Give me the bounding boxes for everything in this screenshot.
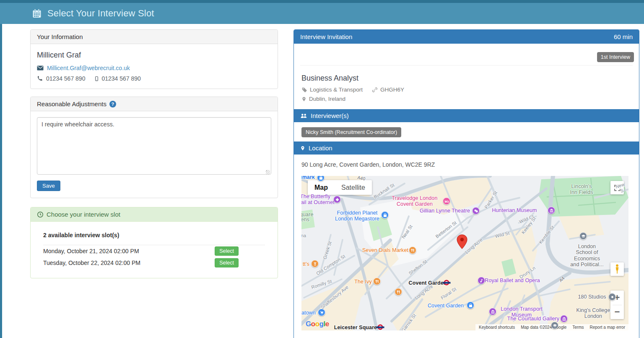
report-error-link[interactable]: Report a map error	[590, 325, 625, 330]
job-reference: GHGH6Y	[380, 86, 404, 93]
map-poi-label: rdens	[301, 217, 309, 223]
map-poi-label: 180 Studios	[578, 294, 606, 300]
map-poi-label: Covent Garden	[428, 303, 464, 309]
map-poi-label: King's College London	[576, 307, 610, 320]
map-poi-label: The Ivy	[354, 279, 372, 285]
help-icon[interactable]: ?	[109, 101, 116, 107]
map-poi-label: Travelodge London Covent Garden	[392, 195, 438, 207]
tag-icon	[301, 87, 307, 93]
job-sector: Logistics & Transport	[310, 86, 363, 93]
map-bag-icon[interactable]	[467, 301, 474, 309]
map-canvas[interactable]: Map Satellite + −	[301, 176, 628, 330]
map-poi-label: The Butterfly Trail at Outernet	[301, 194, 335, 206]
choose-slot-title: Choose your interview slot	[47, 211, 120, 218]
left-accent-strip	[0, 24, 2, 338]
map-poi-label: Covent Garden	[409, 280, 447, 286]
map-type-control: Map Satellite	[308, 180, 372, 195]
map-school-icon[interactable]	[579, 232, 587, 240]
phone-icon	[37, 76, 43, 81]
invitation-duration: 60 min	[614, 33, 633, 40]
map-poi-label: tt's	[303, 261, 309, 267]
slot-datetime: Tuesday, October 22, 2024 02:00 PM	[43, 259, 140, 266]
interview-slot-row: Tuesday, October 22, 2024 02:00 PM Selec…	[31, 257, 278, 269]
clock-icon	[37, 211, 44, 218]
slot-count: 2 available interview slot(s)	[31, 232, 278, 238]
zoom-out-button[interactable]: −	[610, 305, 624, 320]
map-poi-label: Hunterian Museum	[492, 207, 537, 213]
calendar-icon	[32, 8, 42, 18]
link-icon	[372, 87, 378, 93]
interview-invitation-panel: Interview Invitation 60 min 1st Intervie…	[293, 29, 639, 338]
map-poi-label: atown	[301, 310, 316, 316]
slot-datetime: Monday, October 21, 2024 02:00 PM	[43, 248, 139, 254]
candidate-phone: 01234 567 890	[46, 75, 85, 82]
reasonable-adjustments-panel: Reasonable Adjustments ? I require wheel…	[30, 97, 278, 198]
job-title: Business Analyst	[301, 74, 631, 83]
map-data-text: Map data ©2024 Google	[521, 325, 566, 330]
map-poi-label: Seven Dials Market	[362, 247, 408, 253]
map-museum-icon[interactable]	[489, 308, 496, 315]
map-museum-icon[interactable]	[548, 207, 555, 214]
stage-badge: 1st Interview	[597, 52, 634, 62]
candidate-name: Millicent Graf	[37, 51, 271, 60]
mobile-icon	[94, 76, 99, 82]
reasonable-adjustments-title: Reasonable Adjustments	[37, 100, 106, 107]
page-header: Select Your Interview Slot	[0, 0, 644, 24]
location-title: Location	[309, 144, 332, 152]
invitation-title: Interview Invitation	[300, 33, 352, 40]
map-poi-label: The Courtauld Gallery	[507, 316, 559, 322]
terms-link[interactable]: Terms	[572, 325, 584, 330]
map-pin-icon	[301, 96, 306, 102]
your-information-title: Your Information	[37, 33, 83, 40]
pegman-control[interactable]	[610, 262, 624, 276]
map-studio-icon[interactable]	[608, 293, 616, 301]
select-slot-button[interactable]: Select	[215, 258, 239, 267]
map-poi-label: Leicester Square	[334, 325, 377, 330]
page-title: Select Your Interview Slot	[47, 8, 154, 19]
reasonable-adjustments-header: Reasonable Adjustments ?	[31, 97, 278, 111]
map-poi-label: London School of Economics and Political…	[570, 244, 603, 268]
map-music-icon[interactable]	[478, 277, 485, 284]
location-bar: Location	[294, 141, 639, 155]
interviewer-badge: Nicky Smith (Recruitment Co-ordinator)	[301, 127, 401, 137]
people-icon	[300, 113, 307, 119]
email-icon	[37, 65, 44, 71]
destination-marker[interactable]	[457, 234, 468, 249]
choose-slot-panel: Choose your interview slot 2 available i…	[30, 207, 278, 278]
google-logo[interactable]: Google	[306, 320, 329, 328]
map-poi-label: imark	[301, 176, 315, 180]
select-slot-button[interactable]: Select	[215, 246, 239, 256]
keyboard-shortcuts-link[interactable]: Keyboard shortcuts	[479, 325, 515, 330]
map-street-label: na	[301, 233, 306, 238]
interview-slot-row: Monday, October 21, 2024 02:00 PM Select	[31, 245, 278, 257]
map-theatre-icon[interactable]	[472, 207, 480, 215]
interviewers-bar: Interviewer(s)	[294, 109, 639, 122]
your-information-header: Your Information	[31, 30, 278, 44]
underground-station-icon[interactable]	[444, 280, 449, 286]
job-location: Dublin, Ireland	[309, 96, 345, 102]
map-museum-icon[interactable]	[560, 315, 568, 322]
location-pin-icon	[300, 145, 305, 151]
your-information-panel: Your Information Millicent Graf Millicen…	[30, 29, 278, 89]
map-bed-icon[interactable]	[443, 197, 450, 205]
save-button[interactable]: Save	[37, 181, 60, 191]
interviewers-title: Interviewer(s)	[311, 112, 349, 119]
adjustments-textarea[interactable]: I require wheelchair access.	[37, 117, 271, 175]
map-school-icon[interactable]	[551, 322, 558, 329]
map-type-satellite-button[interactable]: Satellite	[335, 184, 372, 191]
map-cart-icon[interactable]	[318, 309, 325, 316]
underground-station-icon[interactable]	[378, 325, 383, 330]
invitation-header: Interview Invitation 60 min	[294, 30, 639, 44]
map-drink-icon[interactable]	[311, 260, 319, 267]
map-food-icon[interactable]	[409, 246, 416, 254]
map-attraction-icon[interactable]	[333, 196, 341, 203]
map-poi-label: Lincoln's Inn Fields	[570, 183, 593, 196]
candidate-email-link[interactable]: Millicent.Graf@webrecruit.co.uk	[47, 65, 130, 71]
venue-address: 90 Long Acre, Covent Garden, London, WC2…	[301, 161, 631, 168]
map-type-map-button[interactable]: Map	[308, 184, 335, 191]
map-bag-icon[interactable]	[381, 211, 389, 219]
map-poi-label: Forbidden Planet London Megastore	[335, 210, 379, 222]
map-food-icon[interactable]	[395, 288, 402, 296]
choose-slot-header: Choose your interview slot	[31, 207, 278, 222]
map-food-icon[interactable]	[373, 278, 381, 285]
